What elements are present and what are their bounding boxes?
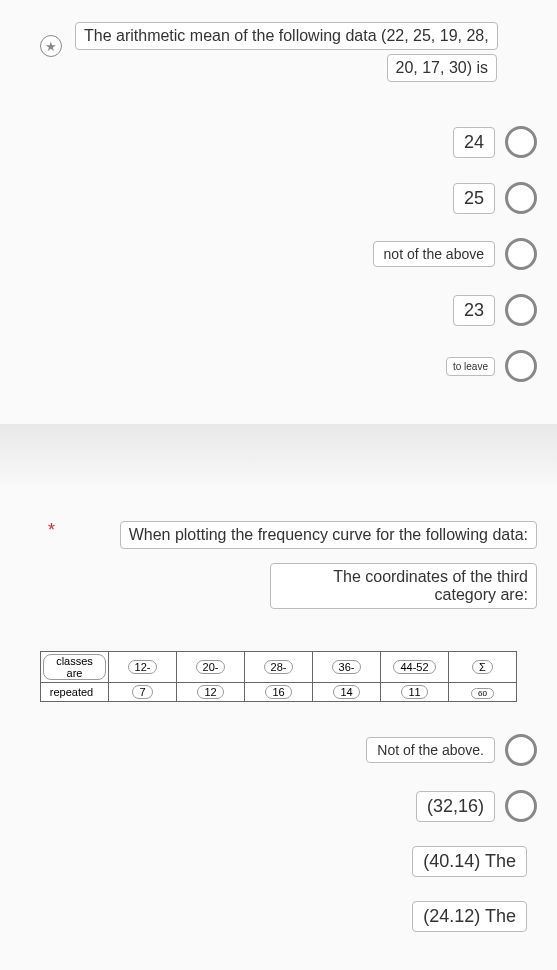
radio-button[interactable] <box>505 126 537 158</box>
data-cell: 7 <box>132 685 152 699</box>
q1-line2: 20, 17, 30) is <box>387 54 498 82</box>
table-header-row: classes are 12- 20- 28- 36- 44-52 Σ <box>41 652 517 683</box>
frequency-table: classes are 12- 20- 28- 36- 44-52 Σ repe… <box>40 651 517 702</box>
required-star-badge: ★ <box>40 35 62 57</box>
header-cell: classes are <box>43 654 106 680</box>
q1-option-5[interactable]: to leave <box>20 338 537 394</box>
radio-button[interactable] <box>505 790 537 822</box>
q1-option-4[interactable]: 23 <box>20 282 537 338</box>
table-data-row: repeated 7 12 16 14 11 60 <box>41 683 517 702</box>
header-cell: 28- <box>264 660 294 674</box>
option-label: (24.12) The <box>412 901 527 932</box>
q2-option-2[interactable]: (32,16) <box>20 778 537 834</box>
option-label: to leave <box>446 357 495 376</box>
header-cell: Σ <box>472 660 493 674</box>
question-2-text: When plotting the frequency curve for th… <box>90 519 537 611</box>
q2-option-1[interactable]: Not of the above. <box>20 722 537 778</box>
option-label: (40.14) The <box>412 846 527 877</box>
option-label: not of the above <box>373 241 495 267</box>
required-star: * <box>48 520 55 541</box>
header-cell: 12- <box>128 660 158 674</box>
question-1-text: The arithmetic mean of the following dat… <box>75 20 537 84</box>
star-icon: ★ <box>45 39 57 54</box>
radio-button[interactable] <box>505 294 537 326</box>
option-label: 23 <box>453 295 495 326</box>
divider <box>0 424 557 484</box>
radio-button[interactable] <box>505 350 537 382</box>
q2-option-4[interactable]: (24.12) The <box>20 889 537 944</box>
data-cell: 16 <box>265 685 291 699</box>
question-2: * When plotting the frequency curve for … <box>0 484 557 970</box>
option-label: Not of the above. <box>366 737 495 763</box>
q1-option-1[interactable]: 24 <box>20 114 537 170</box>
q2-line1: When plotting the frequency curve for th… <box>120 521 537 549</box>
header-cell: 20- <box>196 660 226 674</box>
data-cell: 11 <box>401 685 427 699</box>
q1-answers: 24 25 not of the above 23 to leave <box>20 114 537 394</box>
data-cell: repeated <box>50 686 93 698</box>
question-1: ★ The arithmetic mean of the following d… <box>0 0 557 424</box>
q2-line2: The coordinates of the third category ar… <box>270 563 537 609</box>
data-cell: 14 <box>333 685 359 699</box>
q1-option-3[interactable]: not of the above <box>20 226 537 282</box>
radio-button[interactable] <box>505 238 537 270</box>
radio-button[interactable] <box>505 734 537 766</box>
option-label: (32,16) <box>416 791 495 822</box>
option-label: 24 <box>453 127 495 158</box>
radio-button[interactable] <box>505 182 537 214</box>
header-cell: 36- <box>332 660 362 674</box>
header-cell: 44-52 <box>393 660 435 674</box>
option-label: 25 <box>453 183 495 214</box>
data-cell: 12 <box>197 685 223 699</box>
q1-option-2[interactable]: 25 <box>20 170 537 226</box>
q2-option-3[interactable]: (40.14) The <box>20 834 537 889</box>
q1-line1: The arithmetic mean of the following dat… <box>75 22 498 50</box>
data-cell: 60 <box>471 688 494 699</box>
q2-answers: Not of the above. (32,16) (40.14) The (2… <box>20 722 537 944</box>
